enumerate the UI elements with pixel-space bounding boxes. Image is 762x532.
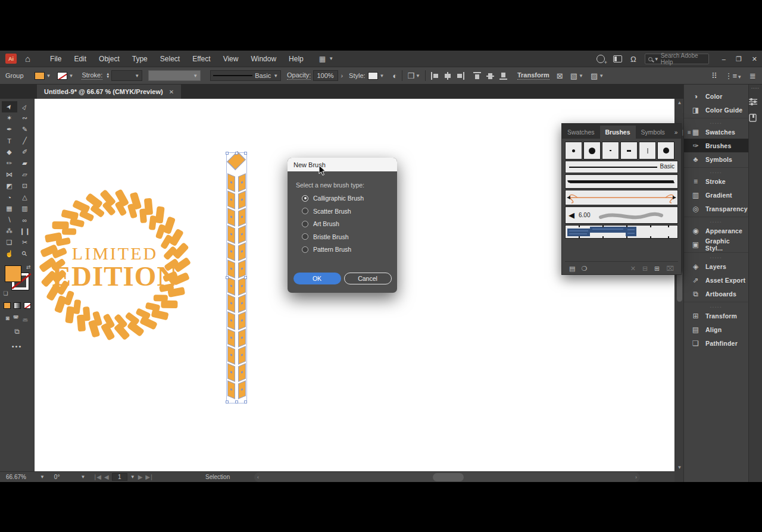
selection-handle[interactable] [244, 400, 247, 403]
curvature-tool[interactable]: ✎ [17, 124, 33, 135]
account-icon[interactable] [597, 55, 605, 63]
stroke-weight-stepper[interactable]: ▲▼ [106, 73, 110, 79]
blend-tool[interactable]: ∞ [17, 214, 33, 226]
brush-item-bristle[interactable]: ◀ 6.00 [565, 206, 678, 224]
menu-help[interactable]: Help [289, 55, 304, 63]
panel-button-brushes[interactable]: ✑Brushes [684, 139, 748, 152]
menu-view[interactable]: View [223, 55, 239, 63]
symbol-sprayer-tool[interactable]: ⁂ [2, 226, 17, 237]
zoom-level-value[interactable]: 66.67% [6, 474, 26, 480]
selection-handle[interactable] [226, 152, 229, 155]
discover-lightbulb-icon[interactable]: Ω [630, 55, 636, 64]
artboard-number-field[interactable]: 1 [112, 473, 127, 481]
chevron-down-icon[interactable]: ▼ [599, 73, 604, 79]
eraser-tool[interactable]: ▰ [17, 158, 33, 169]
rotation-dropdown-icon[interactable]: ▼ [80, 474, 85, 480]
panel-button-symbols[interactable]: ♣Symbols [684, 152, 748, 166]
properties-grid-icon[interactable]: ⠿ [711, 71, 717, 80]
gradient-tool[interactable]: ▥ [17, 203, 33, 214]
artboard-dropdown-icon[interactable]: ▼ [130, 474, 135, 480]
align-center-icon[interactable] [444, 72, 452, 80]
brush-item-basic[interactable]: Basic [565, 161, 678, 173]
draw-inside-icon[interactable]: ◛ [23, 315, 29, 321]
delete-brush-icon[interactable]: ⌧ [666, 265, 674, 273]
chevron-down-icon[interactable]: ▼ [579, 73, 583, 79]
panel-button-color-guide[interactable]: ◨Color Guide [684, 103, 748, 117]
hand-tool[interactable]: ☝ [2, 248, 17, 259]
libraries-panel-icon[interactable] [749, 114, 762, 122]
eyedropper-tool[interactable]: ∖ [2, 214, 17, 226]
panel-button-align[interactable]: ▤Align [684, 323, 748, 336]
stroke-color-swatch[interactable] [57, 72, 67, 80]
illustrator-logo[interactable]: Ai [5, 54, 17, 64]
leaf-shape[interactable] [227, 259, 235, 278]
panel-list-icon[interactable]: ≣ [749, 71, 756, 80]
panel-button-gradient[interactable]: ▥Gradient [684, 188, 748, 202]
leaf-shape[interactable] [227, 242, 235, 261]
variable-width-profile-dropdown[interactable]: ▼ [148, 70, 201, 81]
panel-button-graphic-styl[interactable]: ▣Graphic Styl... [684, 237, 748, 251]
zoom-tool[interactable]: ⚲ [17, 248, 33, 259]
workspace-switcher-icon[interactable]: ⋮≡▼ [725, 71, 742, 80]
scale-tool[interactable]: ▱ [17, 169, 33, 180]
leaf-shape[interactable] [238, 208, 246, 226]
panel-button-transform[interactable]: ⊞Transform [684, 309, 748, 323]
panel-button-color[interactable]: ◑Color [684, 89, 748, 103]
leaf-shape[interactable] [227, 173, 235, 192]
selection-handle[interactable] [235, 400, 238, 403]
brush-thumbnail[interactable] [565, 142, 582, 159]
arrange-documents-button[interactable]: ▦ ▼ [319, 55, 333, 63]
isolate-selection-icon[interactable]: ▨ [591, 71, 598, 80]
brush-item-pattern[interactable] [565, 225, 678, 239]
graphic-style-swatch[interactable] [368, 72, 378, 80]
select-similar-icon[interactable]: ▧ [570, 71, 577, 80]
panel-button-stroke[interactable]: ≡Stroke [684, 174, 748, 188]
tab-close-icon[interactable]: ✕ [169, 89, 174, 95]
pencil-tool[interactable]: ✏ [2, 158, 17, 169]
brush-thumbnail[interactable] [583, 142, 601, 159]
leaf-shape[interactable] [227, 208, 235, 226]
zoom-dropdown-icon[interactable]: ▼ [40, 474, 45, 480]
brush-item-arrow[interactable] [565, 190, 678, 205]
menu-object[interactable]: Object [99, 55, 120, 63]
bounding-box-icon[interactable]: ⊠ [557, 71, 563, 80]
leaf-shape[interactable] [238, 190, 246, 209]
remove-brush-stroke-icon[interactable]: ✕ [630, 265, 636, 273]
brush-thumbnail[interactable] [657, 142, 674, 159]
close-button[interactable]: ✕ [752, 55, 757, 63]
selection-handle[interactable] [226, 276, 229, 279]
menu-edit[interactable]: Edit [74, 55, 86, 63]
line-segment-tool[interactable]: ╱ [17, 135, 33, 146]
collapse-panel-icon[interactable]: » [674, 129, 678, 136]
scroll-down-icon[interactable]: ▼ [675, 465, 684, 470]
panel-button-artboards[interactable]: ⧉Artboards [684, 287, 748, 301]
properties-panel-icon[interactable] [749, 98, 762, 105]
chevron-down-icon[interactable]: ▼ [380, 73, 385, 79]
document-setup-icon[interactable]: ❒ [407, 71, 414, 80]
edit-toolbar-icon[interactable]: ••• [0, 343, 34, 350]
brush-thumbnail[interactable] [620, 142, 638, 159]
direct-selection-tool[interactable]: ▻ [17, 101, 33, 112]
align-middle-icon[interactable] [486, 72, 495, 80]
panel-tab-symbols[interactable]: Symbols [636, 126, 670, 139]
panel-button-asset-export[interactable]: ⇗Asset Export [684, 273, 748, 287]
selection-handle[interactable] [235, 152, 238, 155]
brush-definition-dropdown[interactable]: Basic ▼ [210, 70, 281, 81]
radio-pattern-brush[interactable]: Pattern Brush [302, 246, 397, 253]
recolor-artwork-icon[interactable]: ◐ [393, 71, 398, 80]
panel-button-transparency[interactable]: ◎Transparency [684, 202, 748, 215]
scroll-left-icon[interactable]: ‹ [257, 474, 259, 480]
scroll-up-icon[interactable]: ▲ [675, 100, 684, 105]
leaf-shape[interactable] [238, 380, 246, 399]
radio-bristle-brush[interactable]: Bristle Brush [302, 233, 397, 240]
chevron-down-icon[interactable]: ▼ [69, 73, 74, 79]
free-transform-tool[interactable]: ⊡ [17, 180, 33, 192]
horizontal-scrollbar[interactable]: ‹ › [254, 472, 640, 482]
next-artboard-icon[interactable]: ▶ [138, 474, 143, 480]
slice-tool[interactable]: ✂ [17, 237, 33, 248]
document-tab[interactable]: Untitled-9* @ 66.67 % (CMYK/Preview) ✕ [37, 85, 181, 99]
dialog-title-bar[interactable]: New Brush [288, 158, 397, 171]
leaf-shape[interactable] [227, 294, 235, 312]
rotation-value[interactable]: 0° [54, 474, 60, 480]
menu-window[interactable]: Window [251, 55, 276, 63]
